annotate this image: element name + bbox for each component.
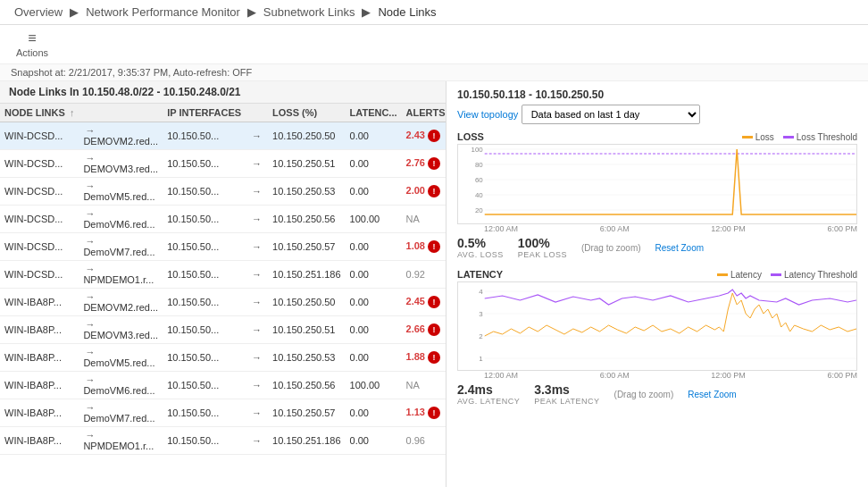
latency-value: 1.88 [406,351,425,362]
loss-value: 0.00 [346,316,402,344]
ip-from: 10.150.50... [163,206,246,233]
table-row[interactable]: WIN-IBA8P... → DemoVM7.red... 10.150.50.… [0,399,447,427]
ip-arrow-col: → [246,233,268,261]
latency-drag-zoom: (Drag to zoom) [614,390,674,399]
ip-arrow-col: → [246,372,268,399]
node-name: WIN-DCSD... [0,178,79,206]
loss-reset-zoom[interactable]: Reset Zoom [655,243,704,253]
latency-cell: 1.13 ! [402,399,447,427]
breadcrumb-npm[interactable]: Network Performance Monitor [86,5,240,19]
table-row[interactable]: WIN-IBA8P... → NPMDEMO1.r... 10.150.50..… [0,427,447,455]
loss-chart[interactable]: 100 80 60 40 20 [457,144,857,224]
col-latency[interactable]: LATENC... [346,104,402,122]
ip-arrow-icon: → [252,241,262,252]
breadcrumb-subnetwork[interactable]: Subnetwork Links [263,5,355,19]
loss-legend: Loss Loss Threshold [742,132,857,142]
node-name: WIN-IBA8P... [0,427,79,455]
avg-loss-value: 0.5% [457,236,504,250]
arrow-icon: → [85,319,95,330]
ip-from: 10.150.50... [163,372,246,399]
right-panel-title: 10.150.50.118 - 10.150.250.50 [457,88,857,101]
snapshot-text: Snapshot at: 2/21/2017, 9:35:37 PM, Auto… [11,67,252,78]
ip-to: 10.150.250.53 [268,344,345,372]
avg-loss-stat: 0.5% AVG. LOSS [457,236,504,259]
snapshot-bar: Snapshot at: 2/21/2017, 9:35:37 PM, Auto… [0,64,868,81]
alert-icon: ! [428,351,440,364]
latency-value: 2.66 [406,323,425,334]
node-name: WIN-DCSD... [0,261,79,289]
node-name: WIN-IBA8P... [0,399,79,427]
ip-arrow-icon: → [252,407,262,418]
arrow-icon: → [85,264,95,274]
loss-value: 0.00 [346,150,402,178]
node-name: WIN-DCSD... [0,122,79,150]
table-row[interactable]: WIN-DCSD... → NPMDEMO1.r... 10.150.50...… [0,261,447,289]
ip-arrow-icon: → [252,352,262,363]
peak-loss-label: PEAK LOSS [518,250,567,259]
latency-legend-latency: Latency [717,270,762,280]
ip-arrow-col: → [246,289,268,316]
svg-text:4: 4 [479,288,483,296]
ip-from: 10.150.50... [163,261,246,289]
ip-arrow-col: → [246,316,268,344]
view-topology-link[interactable]: View topology [457,109,518,120]
latency-cell: 2.76 ! [402,150,447,178]
latency-chart-section: LATENCY Latency Latency Threshold 4 3 2 [457,269,857,408]
avg-latency-value: 2.4ms [457,382,520,397]
latency-value: NA [406,214,420,224]
latency-threshold-dot [771,273,781,276]
col-loss[interactable]: LOSS (%) [268,104,345,122]
loss-legend-threshold: Loss Threshold [783,132,857,142]
ip-arrow-icon: → [252,158,262,169]
ip-to: 10.150.250.50 [268,289,345,316]
breadcrumb-overview[interactable]: Overview [14,5,63,19]
loss-value: 0.00 [346,178,402,206]
ip-to: 10.150.250.57 [268,399,345,427]
ip-to: 10.150.250.56 [268,206,345,233]
latency-value: 2.76 [406,157,425,168]
latency-value: NA [406,380,420,390]
col-node-links[interactable]: NODE LINKS ↑ [0,104,79,122]
latency-cell: NA [402,206,447,233]
ip-arrow-col: → [246,427,268,455]
table-row[interactable]: WIN-IBA8P... → DemoVM5.red... 10.150.50.… [0,344,447,372]
table-row[interactable]: WIN-DCSD... → DemoVM5.red... 10.150.50..… [0,178,447,206]
time-range-dropdown[interactable]: Data based on last 1 day [522,105,700,124]
latency-chart[interactable]: 4 3 2 1 [457,281,857,371]
ip-to: 10.150.251.186 [268,261,345,289]
main-content: Node Links In 10.150.48.0/22 - 10.150.24… [0,81,868,487]
subnet-title: Node Links In 10.150.48.0/22 - 10.150.24… [0,81,446,104]
table-row[interactable]: WIN-IBA8P... → DemoVM6.red... 10.150.50.… [0,372,447,399]
latency-value: 0.92 [406,269,425,280]
loss-stats-row: 0.5% AVG. LOSS 100% PEAK LOSS (Drag to z… [457,233,857,262]
table-row[interactable]: WIN-DCSD... → DemoVM6.red... 10.150.50..… [0,206,447,233]
col-alerts[interactable]: ALERTS [402,104,447,122]
arrow-icon: → [85,236,95,247]
ip-arrow-icon: → [252,297,262,307]
breadcrumb-sep2: ▶ [247,5,256,19]
actions-button[interactable]: ≡ Actions [11,29,54,60]
latency-cell: NA [402,372,447,399]
latency-reset-zoom[interactable]: Reset Zoom [688,390,736,399]
table-row[interactable]: WIN-DCSD... → DEMOVM2.red... 10.150.50..… [0,122,447,150]
table-row[interactable]: WIN-DCSD... → DemoVM7.red... 10.150.50..… [0,233,447,261]
node-name: WIN-IBA8P... [0,372,79,399]
table-row[interactable]: WIN-DCSD... → DEMOVM3.red... 10.150.50..… [0,150,447,178]
ip-from: 10.150.50... [163,316,246,344]
table-row[interactable]: WIN-IBA8P... → DEMOVM2.red... 10.150.50.… [0,289,447,316]
alert-icon: ! [428,157,440,170]
ip-to: 10.150.251.186 [268,427,345,455]
arrow-icon: → [85,153,95,164]
right-panel: 10.150.50.118 - 10.150.250.50 View topol… [447,81,868,487]
arrow-icon: → [85,374,95,385]
ip-from: 10.150.50... [163,178,246,206]
ip-arrow-icon: → [252,435,262,446]
arrow-icon: → [85,430,95,441]
svg-text:60: 60 [475,176,483,184]
latency-x-label-4: 6:00 PM [827,371,857,380]
arrow-col: → DEMOVM2.red... [79,122,163,150]
ip-from: 10.150.50... [163,344,246,372]
loss-x-label-4: 6:00 PM [827,224,857,233]
table-row[interactable]: WIN-IBA8P... → DEMOVM3.red... 10.150.50.… [0,316,447,344]
latency-chart-header: LATENCY Latency Latency Threshold [457,269,857,280]
